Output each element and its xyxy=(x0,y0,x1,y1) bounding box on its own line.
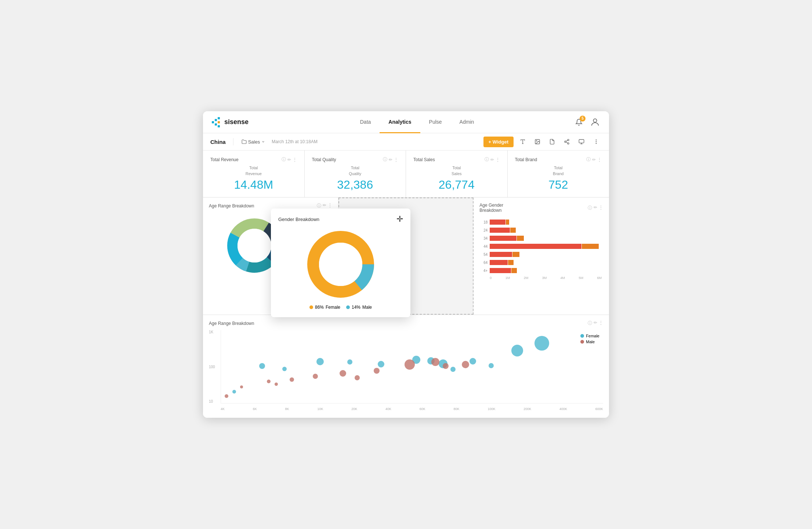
svg-rect-0 xyxy=(212,121,214,123)
bar-segment-orange-54 xyxy=(512,252,519,257)
more-icon-scatter[interactable]: ⋮ xyxy=(599,320,603,326)
chart-icons-scatter: ⓘ ✏ ⋮ xyxy=(588,320,603,326)
scatter-legend-male: Male xyxy=(580,340,599,344)
bar-segment-red-4plus xyxy=(490,268,511,273)
svg-rect-2 xyxy=(215,123,217,126)
more-icon-revenue[interactable]: ⋮ xyxy=(293,157,297,162)
info-icon-age-gender[interactable]: ⓘ xyxy=(588,205,592,211)
info-icon-revenue[interactable]: ⓘ xyxy=(282,156,286,163)
kpi-icons-sales: ⓘ ✏ ⋮ xyxy=(485,156,500,163)
bubble-male-3 xyxy=(267,380,271,383)
kpi-subtitle-revenue: TotalRevenue xyxy=(246,165,262,177)
info-icon-age-range[interactable]: ⓘ xyxy=(317,203,321,209)
chart-title-scatter: Age Range Breakdown xyxy=(209,321,254,326)
svg-rect-16 xyxy=(579,140,584,143)
share-icon-button[interactable] xyxy=(561,136,572,147)
bubble-female-3 xyxy=(282,367,287,371)
info-icon-brand[interactable]: ⓘ xyxy=(586,156,591,163)
more-icon-age-range[interactable]: ⋮ xyxy=(328,203,332,209)
bubble-female-1 xyxy=(232,390,236,394)
more-icon-quality[interactable]: ⋮ xyxy=(394,157,398,162)
age-range-donut-svg xyxy=(225,216,284,275)
nav-tab-admin[interactable]: Admin xyxy=(451,112,483,133)
edit-icon-brand[interactable]: ✏ xyxy=(592,157,596,162)
notifications-button[interactable]: 5 xyxy=(574,117,584,127)
bar-segment-red-18 xyxy=(490,220,505,225)
edit-icon-quality[interactable]: ✏ xyxy=(389,157,392,162)
bar-segment-red-34 xyxy=(490,236,516,241)
more-icon-brand[interactable]: ⋮ xyxy=(597,157,602,162)
info-icon-sales[interactable]: ⓘ xyxy=(485,156,489,163)
bar-row-18: 18 xyxy=(479,220,602,225)
text-icon-button[interactable] xyxy=(517,136,528,147)
nav-tab-data[interactable]: Data xyxy=(351,112,380,133)
svg-point-11 xyxy=(568,139,569,141)
kpi-value-brand: 752 xyxy=(548,178,568,192)
toolbar-divider xyxy=(233,138,233,145)
kpi-icons-quality: ⓘ ✏ ⋮ xyxy=(383,156,398,163)
edit-icon-sales[interactable]: ✏ xyxy=(490,157,494,162)
edit-icon-scatter[interactable]: ✏ xyxy=(594,320,597,326)
monitor-icon-button[interactable] xyxy=(576,136,587,147)
scatter-y-labels: 1K 100 10 xyxy=(209,330,219,403)
kpi-total-quality: Total Quality ⓘ ✏ ⋮ TotalQuality 32,386 xyxy=(305,151,406,197)
top-nav: sisense Data Analytics Pulse Admin 5 xyxy=(203,111,609,133)
legend-dot-25-34 xyxy=(291,241,295,244)
bubble-male-10 xyxy=(405,359,415,370)
kpi-subtitle-brand: TotalBrand xyxy=(553,165,563,177)
legend-44-54: 26% 44-54 xyxy=(291,253,316,257)
kpi-total-sales: Total Sales ⓘ ✏ ⋮ TotalSales 26,774 xyxy=(406,151,508,197)
edit-icon-age-gender[interactable]: ✏ xyxy=(594,205,597,211)
add-widget-button[interactable]: + Widget xyxy=(483,137,514,147)
kpi-value-revenue: 14.48M xyxy=(234,178,273,192)
bar-segment-red-24 xyxy=(490,228,510,233)
nav-tab-pulse[interactable]: Pulse xyxy=(420,112,451,133)
bubble-female-2 xyxy=(259,363,265,369)
legend-dot-0-18 xyxy=(291,228,295,232)
logo-icon xyxy=(212,117,222,127)
info-icon-scatter[interactable]: ⓘ xyxy=(588,320,592,326)
timestamp: March 12th at 10:18AM xyxy=(272,139,318,144)
more-options-button[interactable] xyxy=(591,136,602,147)
bubble-female-11 xyxy=(470,358,476,365)
legend-0-18: 12% 0-18 xyxy=(291,228,316,232)
chart-icons-age-range: ⓘ ✏ ⋮ xyxy=(317,203,332,209)
chart-age-gender: Age GenderBreakdown ⓘ ✏ ⋮ 18 xyxy=(474,198,609,315)
kpi-header-brand: Total Brand ⓘ ✏ ⋮ xyxy=(515,156,602,163)
bar-segment-orange-34 xyxy=(517,236,523,241)
nav-right: 5 xyxy=(574,117,600,127)
nav-tab-analytics[interactable]: Analytics xyxy=(380,112,420,133)
scatter-legend-dot-female xyxy=(580,334,584,338)
bar-row-4plus: 4+ xyxy=(479,268,602,273)
bubble-male-7 xyxy=(340,370,346,377)
legend-dot-19-24 xyxy=(291,235,295,238)
svg-point-12 xyxy=(565,141,566,142)
kpi-row: Total Revenue ⓘ ✏ ⋮ TotalRevenue 14.48M … xyxy=(203,151,609,198)
edit-icon-age-range[interactable]: ✏ xyxy=(323,203,326,209)
svg-rect-4 xyxy=(218,121,220,123)
kpi-total-brand: Total Brand ⓘ ✏ ⋮ TotalBrand 752 xyxy=(508,151,609,197)
bar-segment-orange-24 xyxy=(510,228,516,233)
bar-segment-red-64 xyxy=(490,260,508,265)
folder-selector[interactable]: Sales xyxy=(239,138,268,146)
kpi-header-sales: Total Sales ⓘ ✏ ⋮ xyxy=(413,156,500,163)
bubble-male-4 xyxy=(275,383,278,386)
bubble-female-13 xyxy=(511,345,523,356)
info-icon-quality[interactable]: ⓘ xyxy=(383,156,387,163)
legend-34-44: 21% 34-44 xyxy=(291,247,316,251)
legend-dot-34-44 xyxy=(291,247,295,251)
bubble-male-6 xyxy=(313,374,318,379)
kpi-icons-revenue: ⓘ ✏ ⋮ xyxy=(282,156,297,163)
bar-row-44: 44 xyxy=(479,244,602,249)
more-icon-sales[interactable]: ⋮ xyxy=(496,157,500,162)
bubble-female-5 xyxy=(347,359,352,365)
bubble-male-1 xyxy=(225,394,228,398)
logo: sisense xyxy=(212,117,249,127)
more-icon-age-gender[interactable]: ⋮ xyxy=(599,205,603,211)
pdf-icon-button[interactable] xyxy=(547,136,558,147)
edit-icon-revenue[interactable]: ✏ xyxy=(287,157,291,162)
user-avatar-button[interactable] xyxy=(590,117,600,127)
breadcrumb: China xyxy=(210,139,226,145)
image-icon-button[interactable] xyxy=(532,136,543,147)
chart-header-age-gender: Age GenderBreakdown ⓘ ✏ ⋮ xyxy=(479,203,603,213)
